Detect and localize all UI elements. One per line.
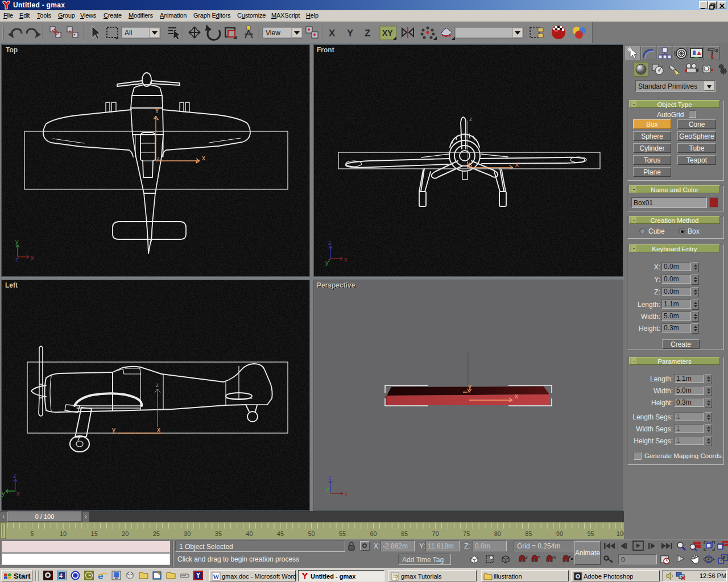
svg-text:?: ? xyxy=(395,575,398,581)
svg-text:y: y xyxy=(325,259,329,266)
svg-text:65: 65 xyxy=(401,530,408,537)
svg-text:40: 40 xyxy=(246,530,253,537)
svg-text:y: y xyxy=(112,426,115,434)
svg-text:60: 60 xyxy=(370,530,377,537)
svg-text:10: 10 xyxy=(60,530,67,537)
svg-text:25: 25 xyxy=(153,530,160,537)
svg-text:z: z xyxy=(15,256,19,263)
svg-text:100: 100 xyxy=(617,530,624,537)
svg-text:30: 30 xyxy=(184,530,191,537)
svg-text:Z: Z xyxy=(365,28,370,39)
svg-text:90: 90 xyxy=(556,530,563,537)
svg-text:y: y xyxy=(467,160,470,168)
svg-text:3: 3 xyxy=(525,555,528,560)
svg-text:X: X xyxy=(329,28,336,39)
svg-text:4: 4 xyxy=(59,572,63,579)
svg-text:z: z xyxy=(156,382,159,388)
svg-text:70: 70 xyxy=(432,530,439,537)
svg-text:XY: XY xyxy=(382,28,393,38)
svg-text:z: z xyxy=(469,116,472,122)
svg-text:z: z xyxy=(328,239,332,246)
svg-text:z: z xyxy=(328,474,332,481)
svg-text:x: x xyxy=(515,160,519,168)
svg-text:Y: Y xyxy=(347,28,354,39)
svg-text:x: x xyxy=(344,256,348,263)
svg-text:20: 20 xyxy=(122,530,129,537)
svg-text:80: 80 xyxy=(494,530,501,537)
svg-text:Y: Y xyxy=(155,107,159,115)
svg-text:x: x xyxy=(16,490,20,497)
svg-text:5: 5 xyxy=(30,530,34,537)
svg-text:50: 50 xyxy=(308,530,315,537)
svg-text:15: 15 xyxy=(91,530,98,537)
svg-text:%: % xyxy=(552,555,556,560)
svg-text:35: 35 xyxy=(215,530,222,537)
svg-text:y: y xyxy=(2,490,5,497)
svg-text:x: x xyxy=(202,154,205,162)
svg-text:All: All xyxy=(125,29,132,37)
svg-text:y: y xyxy=(326,485,329,492)
svg-text:x: x xyxy=(157,426,160,434)
svg-text:85: 85 xyxy=(525,530,532,537)
svg-text:View: View xyxy=(266,29,280,37)
svg-text:y: y xyxy=(15,238,19,245)
svg-text:x: x xyxy=(515,392,518,400)
svg-text:45: 45 xyxy=(277,530,284,537)
svg-text:55: 55 xyxy=(339,530,346,537)
svg-text:y: y xyxy=(468,383,471,390)
svg-text:W: W xyxy=(213,573,220,581)
svg-text:75: 75 xyxy=(463,530,470,537)
svg-text:x: x xyxy=(31,254,34,261)
svg-text:95: 95 xyxy=(587,530,594,537)
svg-text:z: z xyxy=(13,472,16,479)
svg-text:z: z xyxy=(157,155,160,161)
svg-text:x: x xyxy=(345,490,348,497)
